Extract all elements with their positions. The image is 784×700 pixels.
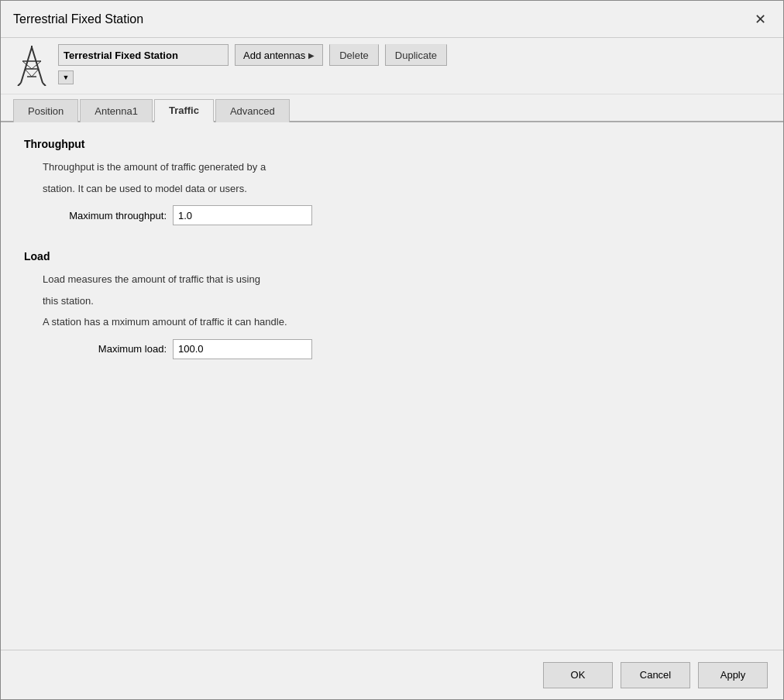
content-area: Throughput Throughput is the amount of t… <box>1 122 783 650</box>
throughput-desc-line1: Throughput is the amount of traffic gene… <box>43 160 760 175</box>
svg-line-7 <box>25 69 32 77</box>
toolbar: Add antennas ▶ Delete Duplicate ▼ <box>1 38 783 94</box>
toolbar-controls: Add antennas ▶ Delete Duplicate ▼ <box>58 44 447 84</box>
title-bar: Terrestrial Fixed Station ✕ <box>1 1 783 38</box>
load-desc-line3: A station has a mximum amount of traffic… <box>43 314 760 330</box>
toolbar-row2: ▼ <box>58 70 447 84</box>
cancel-button[interactable]: Cancel <box>621 662 690 688</box>
dialog: Terrestrial Fixed Station ✕ <box>0 0 784 700</box>
add-antennas-button[interactable]: Add antennas ▶ <box>235 44 323 66</box>
throughput-desc-line2: station. It can be used to model data or… <box>43 181 760 197</box>
tabs-bar: Position Antenna1 Traffic Advanced <box>1 94 783 122</box>
load-title: Load <box>24 250 760 262</box>
throughput-field-row: Maximum throughput: <box>43 205 760 225</box>
load-desc-line1: Load measures the amount of traffic that… <box>43 272 760 287</box>
load-desc-line2: this station. <box>43 293 760 309</box>
add-antennas-group: Add antennas ▶ <box>235 44 323 66</box>
throughput-section: Throughput Throughput is the amount of t… <box>24 138 760 225</box>
max-throughput-input[interactable] <box>173 205 312 225</box>
svg-line-10 <box>18 83 21 86</box>
tab-advanced[interactable]: Advanced <box>215 99 290 122</box>
svg-line-11 <box>43 83 46 86</box>
station-icon <box>13 44 50 88</box>
tab-antenna1[interactable]: Antenna1 <box>80 99 153 122</box>
delete-button[interactable]: Delete <box>329 44 379 66</box>
load-field-row: Maximum load: <box>43 339 760 359</box>
svg-line-1 <box>32 47 43 83</box>
dropdown-arrow-button[interactable]: ▼ <box>58 70 74 84</box>
duplicate-button[interactable]: Duplicate <box>385 44 447 66</box>
toolbar-row1: Add antennas ▶ Delete Duplicate <box>58 44 447 66</box>
max-load-input[interactable] <box>173 339 312 359</box>
window-title: Terrestrial Fixed Station <box>13 12 143 26</box>
max-load-label: Maximum load: <box>43 343 167 355</box>
apply-button[interactable]: Apply <box>698 662 768 688</box>
max-throughput-label: Maximum throughput: <box>43 210 167 221</box>
load-section: Load Load measures the amount of traffic… <box>24 250 760 359</box>
add-antennas-arrow-icon: ▶ <box>308 51 315 60</box>
station-name-input[interactable] <box>58 44 229 66</box>
footer: OK Cancel Apply <box>1 650 783 699</box>
tab-position[interactable]: Position <box>13 99 78 122</box>
svg-line-8 <box>32 69 39 77</box>
close-button[interactable]: ✕ <box>750 11 771 28</box>
tower-svg <box>15 46 49 86</box>
throughput-title: Throughput <box>24 138 760 150</box>
tab-traffic[interactable]: Traffic <box>154 99 214 122</box>
ok-button[interactable]: OK <box>543 662 613 688</box>
svg-line-0 <box>21 47 32 83</box>
